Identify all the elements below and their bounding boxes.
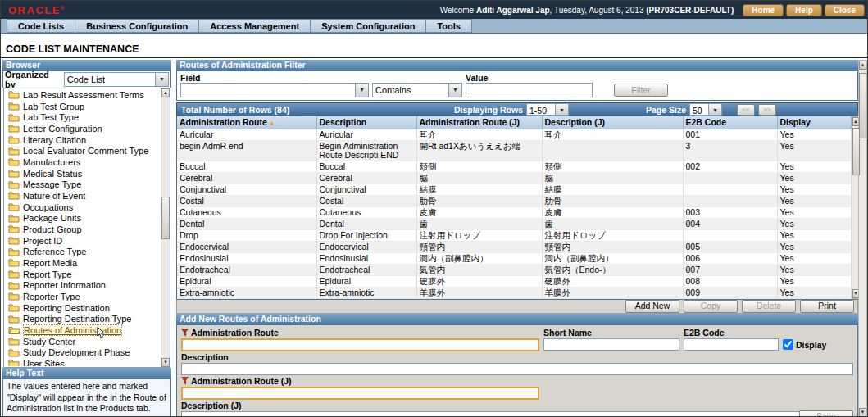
table-row[interactable]: EndosinusialEndosinusial洞内（副鼻腔内）洞内（副鼻腔内）… — [177, 252, 851, 264]
table-row[interactable]: BuccalBuccal頬側頬側002Yes — [177, 161, 851, 172]
operator-select[interactable]: Contains▼ — [372, 83, 462, 97]
home-button[interactable]: Home — [743, 4, 784, 16]
table-row[interactable]: begin AdmR endBegin Administration Route… — [177, 140, 851, 161]
tree-item[interactable]: Report Media — [5, 257, 160, 269]
table-cell: 肋骨 — [542, 195, 683, 206]
table-row[interactable]: EndocervicalEndocervical頸管内頸管内005Yes — [177, 241, 851, 252]
display-checkbox[interactable] — [783, 339, 793, 350]
table-row[interactable]: CutaneousCutaneous皮膚皮膚003Yes — [177, 206, 851, 218]
description-j-input[interactable] — [181, 411, 853, 417]
scroll-down-icon[interactable]: ▼ — [859, 408, 866, 417]
scroll-up-icon[interactable]: ▲ — [859, 61, 866, 70]
tree-item[interactable]: Reporting Destination Type — [5, 313, 160, 324]
displaying-rows-select[interactable]: 1-50▼ — [526, 103, 569, 116]
tree-item[interactable]: Medical Status — [5, 168, 160, 179]
folder-icon — [8, 135, 20, 144]
e2b-code-label: E2B Code — [684, 328, 725, 338]
description-input[interactable] — [181, 363, 853, 375]
column-header[interactable]: Description — [316, 116, 416, 129]
tree-item[interactable]: Occupations — [5, 202, 160, 213]
admin-route-j-input[interactable] — [181, 387, 539, 400]
table-row[interactable]: CostalCostal肋骨肋骨Yes — [177, 195, 851, 206]
tree-item[interactable]: User Sites — [5, 358, 160, 366]
filter-button[interactable]: Filter — [614, 84, 668, 97]
tree-item[interactable]: Manufacturers — [5, 156, 160, 168]
table-row[interactable]: CerebralCerebral脳脳Yes — [177, 172, 851, 184]
tree-item[interactable]: Reporter Type — [5, 291, 160, 302]
tree-item[interactable]: Lab Test Group — [5, 101, 160, 112]
oracle-logo-text: ORACLE — [8, 4, 61, 16]
column-header[interactable]: Description (J) — [542, 116, 683, 129]
tree-item[interactable]: Lab Result Assessment Terms — [5, 89, 160, 101]
help-button[interactable]: Help — [786, 4, 822, 16]
table-row[interactable]: Extra-amnioticExtra-amniotic羊膜外羊膜外009Yes — [177, 287, 851, 298]
tree-item[interactable]: Literary Citation — [5, 134, 160, 146]
page-scroll-track[interactable] — [859, 70, 866, 408]
menu-tab-tools[interactable]: Tools — [425, 19, 472, 33]
tree-item[interactable]: Package Units — [5, 212, 160, 224]
tree-item[interactable]: Product Group — [5, 224, 160, 235]
scroll-down-icon[interactable]: ▼ — [161, 358, 170, 367]
folder-icon — [8, 337, 20, 346]
tree-item[interactable]: Report Type — [5, 269, 160, 280]
table-row[interactable]: EndotrachealEndotracheal気管内気管内（Endo-）007… — [177, 264, 851, 275]
copy-button[interactable]: Copy — [684, 300, 738, 313]
table-cell: 頬側 — [416, 161, 542, 172]
tree-item[interactable]: Lab Test Type — [5, 111, 160, 123]
tree-item[interactable]: Nature of Event — [5, 190, 160, 202]
column-header[interactable]: Display — [777, 116, 851, 129]
admin-route-j-label-row: Administration Route (J) — [181, 376, 853, 387]
description-label: Description — [181, 352, 229, 362]
prev-page-button[interactable]: << — [737, 104, 755, 116]
table-row[interactable]: AuricularAuricular耳介耳介001Yes — [177, 129, 851, 140]
page-size-select[interactable]: 50▼ — [689, 103, 722, 116]
field-select[interactable]: ▼ — [180, 83, 369, 97]
save-button[interactable]: Save — [799, 410, 853, 417]
tree-item[interactable]: Reference Type — [5, 246, 160, 257]
admin-route-input[interactable] — [181, 338, 539, 351]
tree-scroll-thumb[interactable] — [161, 197, 170, 239]
tree-item[interactable]: Reporter Information — [5, 279, 160, 291]
tree-item[interactable]: Project ID — [5, 235, 160, 247]
table-cell: 結膜 — [542, 184, 683, 195]
menu-tab-access-management[interactable]: Access Management — [198, 19, 310, 33]
tree-item[interactable]: Study Center — [5, 336, 160, 347]
tree-item[interactable]: Letter Configuration — [5, 123, 160, 134]
organized-by-select[interactable]: Code List ▼ — [64, 72, 169, 87]
admin-route-label-row: Administration Route — [181, 328, 539, 338]
tree-item[interactable]: Study Development Phase — [5, 347, 160, 358]
table-row[interactable]: EpiduralEpidural硬膜外硬膜外008Yes — [177, 275, 851, 287]
page-scrollbar[interactable]: ▲ ▼ — [858, 60, 867, 417]
menu-tab-system-configuration[interactable]: System Configuration — [310, 19, 425, 33]
sort-asc-icon: ▲ — [267, 120, 275, 127]
next-page-button[interactable]: >> — [758, 104, 776, 116]
table-cell: 脳 — [542, 172, 683, 184]
table-row[interactable]: DropDrop For Injection注射用ドロップ注射用ドロップYes — [177, 229, 851, 241]
delete-button[interactable]: Delete — [742, 300, 796, 313]
tree-scrollbar[interactable]: ▲ ▼ — [161, 88, 170, 367]
value-input[interactable] — [466, 83, 593, 97]
menu-tab-business-configuration[interactable]: Business Configuration — [75, 19, 198, 33]
table-cell: 頸管内 — [542, 241, 683, 252]
chevron-down-icon: ▼ — [155, 73, 168, 86]
tree-item[interactable]: Local Evaluator Comment Type — [5, 145, 160, 156]
column-header[interactable]: Administration Route (J) — [416, 116, 542, 129]
short-name-input[interactable] — [543, 338, 679, 351]
folder-icon — [8, 270, 20, 279]
close-button[interactable]: Close — [825, 4, 865, 16]
page-scroll-thumb[interactable] — [859, 73, 866, 138]
tree-item[interactable]: Message Type — [5, 179, 160, 190]
tree-item[interactable]: Reporting Destination — [5, 302, 160, 314]
scroll-up-icon[interactable]: ▲ — [161, 88, 170, 97]
table-row[interactable]: DentalDental歯歯004Yes — [177, 218, 851, 229]
column-header[interactable]: E2B Code — [683, 116, 777, 129]
tree-scroll-track[interactable] — [161, 97, 170, 358]
print-button[interactable]: Print — [800, 300, 854, 313]
table-cell: 007 — [683, 264, 777, 275]
tree-item[interactable]: Routes of Administration — [5, 324, 160, 336]
column-header[interactable]: Administration Route ▲ — [177, 116, 316, 129]
e2b-code-input[interactable] — [684, 338, 779, 351]
add-new-button[interactable]: Add New — [625, 300, 679, 313]
table-row[interactable]: ConjunctivalConjunctival結膜結膜Yes — [177, 184, 851, 195]
menu-tab-code-lists[interactable]: Code Lists — [7, 19, 75, 33]
